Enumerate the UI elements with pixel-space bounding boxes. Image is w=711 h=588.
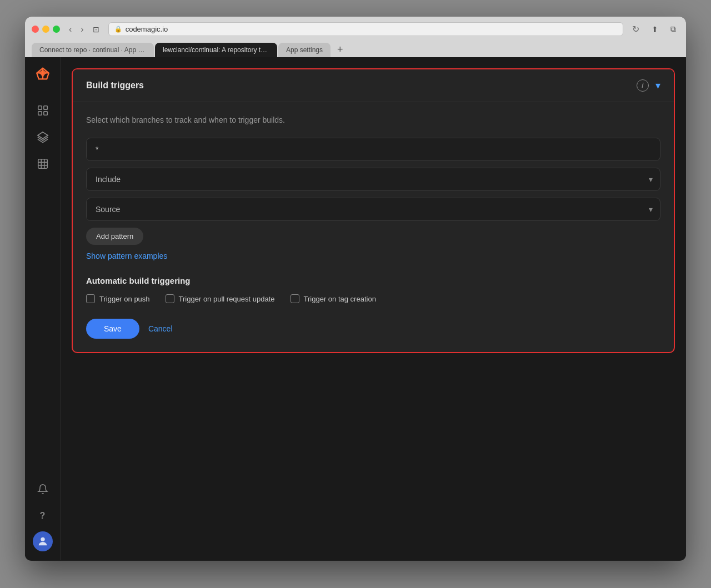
action-row: Save Cancel (86, 319, 660, 339)
svg-rect-5 (38, 159, 47, 169)
checkboxes-row: Trigger on push Trigger on pull request … (86, 294, 660, 303)
source-select[interactable]: Source Target (86, 198, 660, 221)
on-push-label: Trigger on push (99, 295, 150, 303)
back-button[interactable]: ‹ (66, 23, 75, 36)
lock-icon: 🔒 (114, 26, 122, 33)
browser-window: ‹ › ⊡ 🔒 codemagic.io ↻ ⬆ ⧉ Connect to re… (25, 17, 686, 561)
sidebar-item-files[interactable] (32, 99, 54, 122)
maximize-button[interactable] (53, 26, 60, 33)
traffic-lights (32, 26, 60, 33)
build-triggers-panel: Build triggers i ▾ Select which branches… (72, 68, 675, 353)
app-logo[interactable] (33, 66, 53, 86)
sidebar-item-help[interactable]: ? (32, 505, 54, 527)
auto-trigger-section: Automatic build triggering Trigger on pu… (86, 276, 660, 303)
sidebar-item-layers[interactable] (32, 126, 54, 148)
source-select-wrapper: Source Target ▾ (86, 198, 660, 221)
address-bar[interactable]: 🔒 codemagic.io (108, 22, 623, 36)
info-icon[interactable]: i (637, 79, 649, 92)
on-pull-checkbox[interactable] (166, 294, 174, 303)
chevron-down-icon[interactable]: ▾ (655, 79, 660, 92)
tab-connect[interactable]: Connect to repo · continual · App Center (32, 43, 154, 57)
app-container: ? Build triggers i ▾ (25, 57, 686, 560)
browser-chrome: ‹ › ⊡ 🔒 codemagic.io ↻ ⬆ ⧉ Connect to re… (25, 17, 686, 57)
sidebar-avatar[interactable] (33, 531, 53, 551)
tab-settings[interactable]: App settings (278, 43, 331, 57)
save-button[interactable]: Save (86, 319, 139, 339)
on-tag-label: Trigger on tag creation (304, 295, 376, 303)
nav-buttons: ‹ › ⊡ (66, 23, 103, 36)
panel-body: Select which branches to track and when … (73, 102, 674, 352)
refresh-button[interactable]: ↻ (629, 23, 643, 36)
panel-header: Build triggers i ▾ (73, 69, 674, 102)
on-pull-label: Trigger on pull request update (179, 295, 275, 303)
browser-tabs: Connect to repo · continual · App Center… (32, 41, 679, 57)
svg-rect-2 (38, 112, 41, 115)
panel-header-actions: i ▾ (637, 79, 660, 92)
svg-rect-3 (43, 112, 47, 115)
new-window-button[interactable]: ⧉ (667, 23, 679, 35)
share-button[interactable]: ⬆ (648, 24, 662, 35)
forward-button[interactable]: › (77, 23, 87, 36)
sidebar: ? (25, 57, 61, 560)
main-content: Build triggers i ▾ Select which branches… (61, 57, 686, 560)
add-pattern-button[interactable]: Add pattern (86, 228, 143, 245)
sidebar-item-notifications[interactable] (32, 478, 54, 500)
checkbox-on-tag[interactable]: Trigger on tag creation (291, 294, 376, 303)
on-push-checkbox[interactable] (86, 294, 95, 303)
auto-trigger-title: Automatic build triggering (86, 276, 660, 285)
url-text: codemagic.io (126, 25, 168, 33)
svg-rect-0 (38, 106, 41, 109)
window-toggle[interactable]: ⊡ (89, 23, 103, 36)
include-select-wrapper: Include Exclude ▾ (86, 168, 660, 191)
new-tab-button[interactable]: + (332, 43, 349, 57)
show-pattern-link[interactable]: Show pattern examples (86, 252, 660, 260)
sidebar-bottom: ? (32, 478, 54, 551)
branch-pattern-input[interactable] (86, 138, 660, 161)
svg-point-10 (41, 537, 44, 541)
help-icon: ? (40, 511, 46, 521)
close-button[interactable] (32, 26, 39, 33)
sidebar-item-table[interactable] (32, 153, 54, 175)
on-tag-checkbox[interactable] (291, 294, 299, 303)
include-select[interactable]: Include Exclude (86, 168, 660, 191)
cancel-button[interactable]: Cancel (148, 324, 173, 333)
panel-title: Build triggers (86, 81, 144, 91)
browser-toolbar: ‹ › ⊡ 🔒 codemagic.io ↻ ⬆ ⧉ (32, 22, 679, 36)
minimize-button[interactable] (42, 26, 49, 33)
checkbox-on-pull[interactable]: Trigger on pull request update (166, 294, 275, 303)
svg-rect-1 (43, 106, 47, 109)
tab-repo[interactable]: lewcianci/continual: A repository to get… (155, 43, 277, 57)
checkbox-on-push[interactable]: Trigger on push (86, 294, 150, 303)
description-text: Select which branches to track and when … (86, 115, 660, 124)
